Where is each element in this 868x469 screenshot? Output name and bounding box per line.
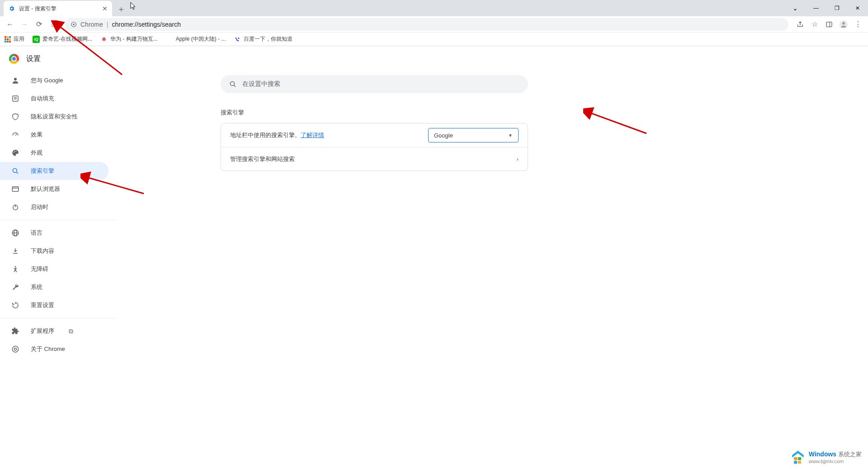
window-controls: ⌄ — ❐ ✕ bbox=[785, 0, 868, 16]
search-icon bbox=[229, 80, 237, 88]
sidebar: 您与 Google 自动填充 隐私设置和安全性 效果 外观 搜索引擎 默认浏览器 bbox=[0, 71, 116, 469]
svg-point-6 bbox=[236, 38, 237, 39]
omnibox-prefix: Chrome bbox=[80, 21, 103, 28]
row-label: 管理搜索引擎和网站搜索 bbox=[230, 155, 295, 163]
content: 您与 Google 自动填充 隐私设置和安全性 效果 外观 搜索引擎 默认浏览器 bbox=[0, 71, 868, 469]
select-value: Google bbox=[434, 132, 453, 139]
bookmark-baidu[interactable]: 百度一下，你就知道 bbox=[234, 35, 292, 43]
svg-line-31 bbox=[234, 85, 236, 87]
bookmarks-bar: 应用 iQ 爱奇艺-在线视频网... ❋ 华为 - 构建万物互... Apple… bbox=[0, 33, 868, 46]
download-icon bbox=[11, 247, 20, 255]
bookmark-huawei[interactable]: ❋ 华为 - 构建万物互... bbox=[100, 35, 158, 43]
home-button[interactable]: ⌂ bbox=[47, 18, 60, 31]
profile-icon[interactable] bbox=[837, 18, 850, 31]
sidebar-item-downloads[interactable]: 下载内容 bbox=[0, 242, 108, 260]
person-icon bbox=[11, 76, 20, 85]
chrome-icon bbox=[11, 345, 20, 353]
sidebar-item-languages[interactable]: 语言 bbox=[0, 224, 108, 242]
svg-rect-38 bbox=[798, 461, 801, 464]
svg-rect-35 bbox=[794, 457, 797, 460]
browser-tab[interactable]: 设置 - 搜索引擎 ✕ bbox=[4, 1, 112, 16]
search-engine-select[interactable]: Google ▼ bbox=[428, 128, 519, 142]
svg-point-15 bbox=[14, 152, 14, 153]
favicon bbox=[234, 36, 241, 43]
toolbar: ← → ⟳ ⌂ Chrome | chrome://settings/searc… bbox=[0, 16, 868, 33]
back-button[interactable]: ← bbox=[4, 18, 16, 31]
sidebar-item-about[interactable]: 关于 Chrome bbox=[0, 340, 108, 358]
settings-search[interactable]: 在设置中搜索 bbox=[221, 75, 528, 93]
site-info-icon[interactable] bbox=[71, 21, 77, 28]
svg-point-8 bbox=[236, 39, 238, 40]
default-search-engine-row: 地址栏中使用的搜索引擎。 了解详情 Google ▼ bbox=[221, 123, 528, 147]
accessibility-icon bbox=[11, 265, 20, 273]
search-engine-card: 地址栏中使用的搜索引擎。 了解详情 Google ▼ 管理搜索引擎和网站搜索 › bbox=[221, 123, 528, 171]
side-panel-icon[interactable] bbox=[823, 18, 835, 31]
sidebar-item-default-browser[interactable]: 默认浏览器 bbox=[0, 180, 108, 198]
tab-strip: 设置 - 搜索引擎 ✕ ＋ ⌄ — ❐ ✕ bbox=[0, 0, 868, 16]
sidebar-item-performance[interactable]: 效果 bbox=[0, 126, 108, 144]
power-icon bbox=[11, 203, 20, 211]
address-bar[interactable]: Chrome | chrome://settings/search bbox=[65, 18, 788, 31]
svg-point-16 bbox=[14, 151, 15, 152]
search-icon bbox=[11, 167, 20, 175]
svg-line-14 bbox=[15, 134, 17, 136]
sidebar-item-accessibility[interactable]: 无障碍 bbox=[0, 260, 108, 278]
favicon bbox=[166, 36, 173, 43]
sidebar-item-appearance[interactable]: 外观 bbox=[0, 144, 108, 162]
omnibox-url: chrome://settings/search bbox=[112, 21, 181, 28]
globe-icon bbox=[11, 229, 20, 237]
search-placeholder: 在设置中搜索 bbox=[242, 80, 280, 88]
apps-shortcut[interactable]: 应用 bbox=[5, 35, 24, 43]
tab-title: 设置 - 搜索引擎 bbox=[19, 5, 57, 13]
sidebar-item-reset[interactable]: 重置设置 bbox=[0, 296, 108, 314]
sidebar-item-you-and-google[interactable]: 您与 Google bbox=[0, 71, 108, 90]
reload-button[interactable]: ⟳ bbox=[33, 18, 45, 31]
share-icon[interactable] bbox=[794, 18, 807, 31]
bookmark-star-icon[interactable]: ☆ bbox=[808, 18, 821, 31]
watermark: Windows 系统之家 www.bjjmlv.com bbox=[791, 450, 862, 464]
apps-icon bbox=[5, 36, 11, 43]
svg-point-27 bbox=[15, 266, 16, 267]
svg-rect-37 bbox=[794, 461, 797, 464]
svg-point-9 bbox=[238, 40, 239, 41]
row-label: 地址栏中使用的搜索引擎。 bbox=[230, 131, 301, 139]
menu-icon[interactable]: ⋮ bbox=[852, 18, 864, 31]
svg-point-29 bbox=[14, 348, 16, 350]
sidebar-item-privacy[interactable]: 隐私设置和安全性 bbox=[0, 108, 108, 126]
sidebar-item-on-startup[interactable]: 启动时 bbox=[0, 198, 108, 216]
svg-rect-36 bbox=[798, 457, 801, 460]
separator bbox=[0, 220, 116, 220]
shield-icon bbox=[11, 113, 20, 121]
sidebar-item-autofill[interactable]: 自动填充 bbox=[0, 90, 108, 108]
svg-point-28 bbox=[12, 346, 19, 352]
autofill-icon bbox=[11, 95, 20, 103]
chevron-right-icon: › bbox=[517, 156, 519, 162]
sidebar-item-extensions[interactable]: 扩展程序 ⧉ bbox=[0, 322, 108, 340]
external-link-icon: ⧉ bbox=[69, 327, 73, 335]
section-title: 搜索引擎 bbox=[221, 109, 244, 117]
svg-point-17 bbox=[16, 151, 17, 152]
maximize-button[interactable]: ❐ bbox=[826, 1, 847, 15]
close-icon[interactable]: ✕ bbox=[102, 5, 108, 12]
svg-point-10 bbox=[14, 78, 17, 81]
close-window-button[interactable]: ✕ bbox=[847, 1, 868, 15]
minimize-button[interactable]: — bbox=[806, 1, 826, 15]
svg-point-1 bbox=[73, 24, 75, 25]
restore-icon bbox=[11, 301, 20, 309]
svg-point-5 bbox=[842, 22, 845, 24]
sidebar-item-system[interactable]: 系统 bbox=[0, 278, 108, 296]
svg-line-19 bbox=[16, 172, 18, 174]
manage-search-engines-row[interactable]: 管理搜索引擎和网站搜索 › bbox=[221, 147, 528, 171]
bookmark-iqiyi[interactable]: iQ 爱奇艺-在线视频网... bbox=[33, 35, 92, 43]
sidebar-item-search-engine[interactable]: 搜索引擎 bbox=[0, 162, 108, 180]
learn-more-link[interactable]: 了解详情 bbox=[301, 131, 324, 139]
chevron-down-icon[interactable]: ⌄ bbox=[785, 1, 806, 15]
forward-button[interactable]: → bbox=[18, 18, 31, 31]
wrench-icon bbox=[11, 283, 20, 291]
settings-title: 设置 bbox=[26, 54, 41, 64]
settings-header: 设置 bbox=[0, 46, 868, 71]
favicon: iQ bbox=[33, 36, 40, 43]
bookmark-apple[interactable]: Apple (中国大陆) - ... bbox=[166, 35, 226, 43]
new-tab-button[interactable]: ＋ bbox=[115, 3, 127, 15]
chrome-logo-icon bbox=[9, 54, 19, 64]
